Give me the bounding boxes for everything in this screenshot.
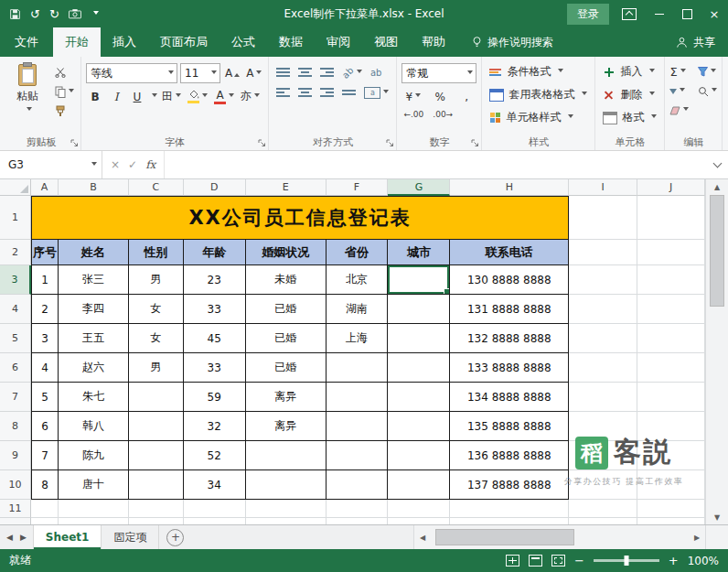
cell-H3[interactable]: 130 8888 8888: [450, 265, 569, 295]
cell-H11[interactable]: [450, 500, 569, 518]
tab-file[interactable]: 文件: [0, 27, 53, 57]
cell-B7[interactable]: 朱七: [59, 383, 129, 412]
cell-G5[interactable]: [388, 324, 450, 353]
italic-button[interactable]: I: [107, 88, 125, 105]
name-box[interactable]: G3: [0, 151, 102, 178]
cell-B3[interactable]: 张三: [59, 265, 129, 295]
font-name-combo[interactable]: 等线: [86, 63, 177, 83]
align-center-button[interactable]: [295, 85, 315, 100]
column-header-A[interactable]: A: [31, 179, 59, 196]
formula-input[interactable]: [165, 151, 706, 178]
format-cells-button[interactable]: 格式: [600, 107, 659, 128]
cell-G12[interactable]: [388, 518, 450, 524]
cell-F3[interactable]: 北京: [327, 265, 389, 295]
cell-G6[interactable]: [388, 353, 450, 383]
vertical-scrollbar[interactable]: ▲ ▼: [705, 179, 728, 524]
cell-H12[interactable]: [450, 518, 569, 524]
shrink-font-button[interactable]: A: [244, 65, 263, 82]
row-header-5[interactable]: 5: [0, 324, 31, 353]
merged-title-cell[interactable]: XX公司员工信息登记表: [31, 196, 569, 240]
delete-cells-button[interactable]: 删除: [600, 84, 659, 105]
cell-B10[interactable]: 唐十: [59, 470, 129, 500]
select-all-corner[interactable]: [0, 179, 31, 196]
comma-style-button[interactable]: ,: [457, 88, 476, 105]
previous-sheet-button[interactable]: ◀: [6, 533, 13, 542]
number-format-combo[interactable]: 常规: [401, 63, 476, 83]
scroll-right-button[interactable]: ▶: [689, 534, 705, 542]
page-layout-view-button[interactable]: [529, 555, 542, 567]
align-bottom-button[interactable]: [317, 65, 337, 80]
copy-button[interactable]: [55, 84, 74, 99]
scroll-up-button[interactable]: ▲: [706, 179, 728, 194]
cell-C10[interactable]: [129, 470, 184, 500]
share-button[interactable]: 共享: [676, 27, 715, 57]
cell-E9[interactable]: [246, 441, 327, 470]
column-header-H[interactable]: H: [450, 179, 569, 196]
tab-page-layout[interactable]: 页面布局: [148, 27, 219, 57]
underline-button[interactable]: U: [128, 88, 146, 105]
cell-C11[interactable]: [129, 500, 184, 518]
cell-A10[interactable]: 8: [31, 470, 59, 500]
tab-formulas[interactable]: 公式: [219, 27, 267, 57]
chevron-down-icon[interactable]: [152, 93, 157, 100]
cell-H6[interactable]: 133 8888 8888: [450, 353, 569, 383]
cell-F4[interactable]: 湖南: [327, 295, 389, 324]
cell-E3[interactable]: 未婚: [246, 265, 327, 295]
cell-D10[interactable]: 34: [184, 470, 246, 500]
insert-function-button[interactable]: fx: [145, 158, 155, 171]
page-break-view-button[interactable]: [551, 555, 565, 567]
scroll-left-button[interactable]: ◀: [414, 534, 431, 542]
cell-E11[interactable]: [246, 500, 327, 518]
cell-F8[interactable]: [327, 412, 389, 441]
row-header-2[interactable]: 2: [0, 240, 31, 265]
borders-button[interactable]: 田: [160, 88, 183, 105]
column-header-C[interactable]: C: [129, 179, 184, 196]
increase-decimal-button[interactable]: ←.00: [403, 110, 423, 119]
number-dialog-launcher[interactable]: [471, 139, 479, 147]
cell-A5[interactable]: 3: [31, 324, 59, 353]
cell-C9[interactable]: [129, 441, 184, 470]
cell-G9[interactable]: [388, 441, 450, 470]
cell-H5[interactable]: 132 8888 8888: [450, 324, 569, 353]
cell-J3[interactable]: [637, 265, 705, 295]
row-header-6[interactable]: 6: [0, 353, 31, 383]
tab-view[interactable]: 视图: [362, 27, 410, 57]
cancel-button[interactable]: ×: [111, 158, 120, 171]
cell-D5[interactable]: 45: [184, 324, 246, 353]
table-header-B2[interactable]: 姓名: [59, 240, 129, 265]
cell-J1[interactable]: [637, 196, 705, 240]
cell-E5[interactable]: 已婚: [246, 324, 327, 353]
login-button[interactable]: 登录: [567, 4, 609, 25]
phonetic-guide-button[interactable]: 亦: [239, 88, 262, 105]
clear-button[interactable]: [669, 103, 689, 118]
row-header-3[interactable]: 3: [0, 265, 31, 295]
cell-A6[interactable]: 4: [31, 353, 59, 383]
cell-C6[interactable]: 男: [129, 353, 184, 383]
table-header-C2[interactable]: 性别: [129, 240, 184, 265]
cell-E4[interactable]: 已婚: [246, 295, 327, 324]
cell-E7[interactable]: 离异: [246, 383, 327, 412]
cell-A11[interactable]: [31, 500, 59, 518]
cell-E6[interactable]: 已婚: [246, 353, 327, 383]
format-as-table-button[interactable]: 套用表格格式: [487, 84, 590, 105]
table-header-F2[interactable]: 省份: [327, 240, 389, 265]
decrease-indent-button[interactable]: [339, 85, 359, 100]
horizontal-scroll-thumb[interactable]: [435, 529, 574, 545]
cell-J12[interactable]: [637, 518, 705, 524]
cell-styles-button[interactable]: 单元格样式: [487, 107, 590, 128]
cell-D7[interactable]: 59: [184, 383, 246, 412]
cell-D11[interactable]: [184, 500, 246, 518]
column-header-B[interactable]: B: [59, 179, 129, 196]
cell-B4[interactable]: 李四: [59, 295, 129, 324]
find-select-button[interactable]: [698, 83, 717, 99]
column-header-I[interactable]: I: [569, 179, 637, 196]
percent-style-button[interactable]: %: [431, 88, 449, 105]
cell-D9[interactable]: 52: [184, 441, 246, 470]
cell-E8[interactable]: 离异: [246, 412, 327, 441]
font-color-button[interactable]: A: [212, 88, 236, 105]
cell-J7[interactable]: [637, 383, 705, 412]
grow-font-button[interactable]: A: [223, 65, 241, 82]
cell-B12[interactable]: [59, 518, 129, 524]
tell-me-search[interactable]: 操作说明搜索: [472, 27, 553, 57]
cell-A4[interactable]: 2: [31, 295, 59, 324]
